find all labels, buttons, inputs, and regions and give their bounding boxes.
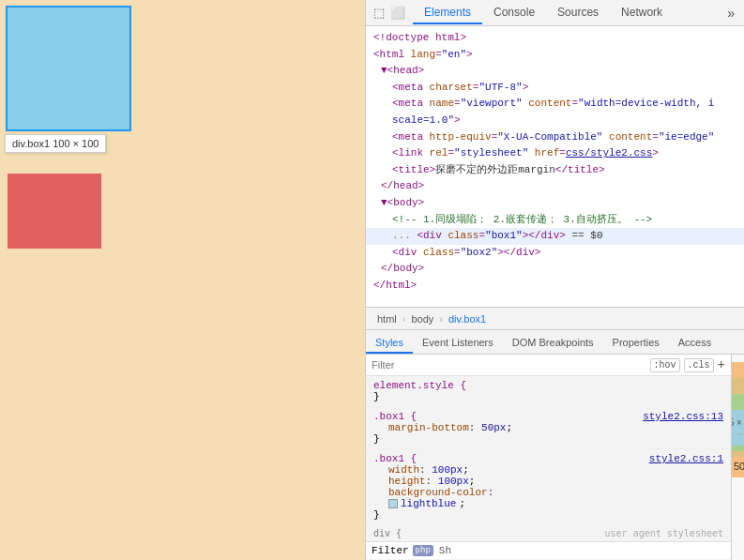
- tree-line-box2: <div class="box2"></div>: [366, 245, 744, 262]
- php-badge: php: [413, 545, 433, 556]
- device-icon[interactable]: ⬜: [388, 4, 407, 23]
- tree-line-head-close: </head>: [366, 178, 744, 195]
- more-tabs-button[interactable]: »: [721, 6, 740, 21]
- tree-line-head: ▼<head>: [366, 63, 744, 80]
- box-model: margin – border –: [732, 362, 744, 477]
- tree-line-meta-compat: <meta http-equiv="X-UA-Compatible" conte…: [366, 129, 744, 146]
- tree-line-comment: <!-- 1.同级塌陷； 2.嵌套传递； 3.自动挤压。 -->: [366, 212, 744, 229]
- filter-input[interactable]: [372, 359, 646, 371]
- tree-line-box1[interactable]: ... <div class="box1"></div> == $0: [366, 228, 744, 245]
- tree-line-meta-charset: <meta charset="UTF-8">: [366, 80, 744, 97]
- pseudo-cls-btn[interactable]: .cls: [684, 358, 714, 372]
- box-model-border: border – padding – 99.995 × 99.995: [732, 378, 744, 457]
- box-model-padding: padding – 99.995 × 99.995 –: [732, 394, 744, 451]
- tab-sources[interactable]: Sources: [546, 2, 610, 24]
- tab-properties[interactable]: Properties: [603, 333, 669, 354]
- filter-bottom: Filter php Sh: [366, 541, 731, 559]
- css-rule-element-style: element.style { }: [366, 376, 731, 407]
- devtools-panel: ⬚ ⬜ Elements Console Sources Network » <…: [366, 0, 744, 560]
- css-source-link-1[interactable]: style2.css:13: [643, 411, 723, 422]
- css-rule-box1-margin: .box1 { style2.css:13 margin-bottom: 50p…: [366, 407, 731, 449]
- breadcrumb: html › body › div.box1: [366, 308, 744, 330]
- tree-line-meta-viewport: <meta name="viewport" content="width=dev…: [366, 96, 744, 113]
- tab-styles[interactable]: Styles: [366, 333, 413, 354]
- css-source-link-2[interactable]: style2.css:1: [649, 453, 723, 464]
- tree-line-html: <html lang="en">: [366, 47, 744, 64]
- tab-event-listeners[interactable]: Event Listeners: [413, 333, 503, 354]
- css-rule-box1-size: .box1 { style2.css:1 width: 100px; heigh…: [366, 449, 731, 525]
- tree-line-html-close: </html>: [366, 278, 744, 295]
- tree-line-doctype: <!doctype html>: [366, 30, 744, 47]
- user-agent-label: div { user agent stylesheet: [366, 525, 731, 541]
- html-tree[interactable]: <!doctype html> <html lang="en"> ▼<head>…: [366, 26, 744, 307]
- box-model-margin: margin – border –: [732, 362, 744, 477]
- tree-line-link: <link rel="stylesheet" href=css/style2.c…: [366, 145, 744, 162]
- devtools-bottom: html › body › div.box1 Styles Event List…: [366, 307, 744, 560]
- preview-box2: [8, 174, 101, 249]
- devtools-tab-bar: ⬚ ⬜ Elements Console Sources Network »: [366, 0, 744, 26]
- box-model-content: 99.995 × 99.995 –: [732, 410, 744, 446]
- color-swatch[interactable]: [388, 499, 398, 508]
- breadcrumb-divbox1[interactable]: div.box1: [445, 313, 490, 325]
- cursor-icon[interactable]: ⬚: [370, 4, 388, 23]
- styles-tab-bar: Styles Event Listeners DOM Breakpoints P…: [366, 330, 744, 355]
- styles-rules: :hov .cls + element.style { } .box1 { st…: [366, 355, 732, 560]
- tree-line-body-close: </body>: [366, 261, 744, 278]
- styles-content: :hov .cls + element.style { } .box1 { st…: [366, 355, 744, 560]
- tab-network[interactable]: Network: [610, 2, 674, 24]
- preview-tooltip: div.box1 100 × 100: [5, 134, 106, 153]
- tab-access[interactable]: Access: [669, 333, 721, 354]
- tab-dom-breakpoints[interactable]: DOM Breakpoints: [503, 333, 603, 354]
- devtools-icons: ⬚ ⬜: [370, 4, 407, 23]
- box-model-bottom-val: 50: [732, 461, 744, 472]
- add-style-btn[interactable]: +: [718, 357, 725, 372]
- pseudo-hov-btn[interactable]: :hov: [650, 358, 680, 372]
- breadcrumb-body[interactable]: body: [407, 313, 437, 325]
- tree-line-meta-viewport2: scale=1.0">: [366, 113, 744, 129]
- tab-elements[interactable]: Elements: [413, 2, 482, 24]
- filter-bar: :hov .cls +: [366, 355, 731, 376]
- breadcrumb-html[interactable]: html: [373, 313, 401, 325]
- box-model-panel: margin – border –: [732, 355, 744, 560]
- highlight-overlay: [8, 8, 129, 129]
- tab-console[interactable]: Console: [482, 2, 546, 24]
- page-preview: div.box1 100 × 100: [0, 0, 366, 560]
- tree-line-title: <title>探磨不定的外边距margin</title>: [366, 162, 744, 179]
- tree-line-body: ▼<body>: [366, 195, 744, 212]
